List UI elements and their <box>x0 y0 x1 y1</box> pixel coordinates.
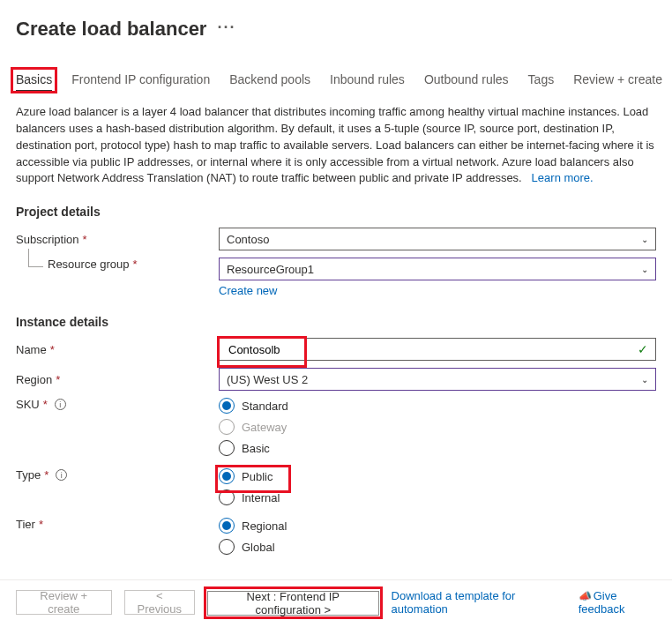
resource-group-value: ResourceGroup1 <box>227 263 314 276</box>
required-icon: * <box>83 233 87 246</box>
region-select[interactable]: (US) West US 2 ⌄ <box>219 368 656 391</box>
required-icon: * <box>50 343 55 356</box>
review-create-button[interactable]: Review + create <box>16 590 112 615</box>
description-block: Azure load balancer is a layer 4 load ba… <box>16 104 656 187</box>
tier-regional-option[interactable]: Regional <box>219 518 656 534</box>
sku-standard-option[interactable]: Standard <box>219 398 656 414</box>
region-label: Region <box>16 373 52 386</box>
type-internal-label: Internal <box>242 491 280 504</box>
info-icon[interactable]: i <box>55 399 66 410</box>
subscription-value: Contoso <box>227 233 269 246</box>
required-icon: * <box>56 373 60 386</box>
required-icon: * <box>44 468 49 482</box>
radio-icon <box>219 518 235 534</box>
tab-frontend-ip[interactable]: Frontend IP configuration <box>71 72 210 92</box>
type-label: Type <box>16 468 41 482</box>
section-instance-details: Instance details <box>16 315 656 329</box>
learn-more-link[interactable]: Learn more. <box>532 171 594 184</box>
tab-review-create[interactable]: Review + create <box>573 72 662 92</box>
resource-group-select[interactable]: ResourceGroup1 ⌄ <box>219 258 656 280</box>
resource-group-label: Resource group <box>48 258 130 271</box>
tier-global-label: Global <box>242 541 275 554</box>
sku-standard-label: Standard <box>242 400 288 413</box>
give-feedback-link[interactable]: 📣Give feedback <box>579 589 656 616</box>
next-button[interactable]: Next : Frontend IP configuration > <box>207 591 378 616</box>
radio-icon <box>219 468 235 484</box>
radio-icon <box>219 539 235 555</box>
section-project-details: Project details <box>16 205 656 219</box>
previous-button[interactable]: < Previous <box>124 590 196 615</box>
sku-label: SKU <box>16 398 40 411</box>
sku-gateway-label: Gateway <box>242 421 287 434</box>
subscription-select[interactable]: Contoso ⌄ <box>219 228 656 250</box>
region-value: (US) West US 2 <box>227 373 308 386</box>
radio-icon <box>219 440 235 456</box>
required-icon: * <box>43 398 48 411</box>
required-icon: * <box>39 518 43 531</box>
wizard-tabs: Basics Frontend IP configuration Backend… <box>16 72 656 92</box>
tier-label: Tier <box>16 518 35 531</box>
radio-icon <box>219 419 235 435</box>
tier-global-option[interactable]: Global <box>219 539 656 555</box>
download-template-link[interactable]: Download a template for automation <box>392 589 554 616</box>
more-icon[interactable]: ··· <box>217 19 235 37</box>
subscription-label: Subscription <box>16 233 79 246</box>
name-input[interactable] <box>227 342 638 357</box>
radio-icon <box>219 398 235 414</box>
radio-icon <box>219 489 235 505</box>
sku-basic-label: Basic <box>242 442 270 455</box>
chevron-down-icon: ⌄ <box>641 375 648 385</box>
tab-basics[interactable]: Basics <box>16 72 52 92</box>
type-radio-group: Public Internal <box>219 468 656 505</box>
type-public-option[interactable]: Public <box>219 468 656 484</box>
name-label: Name <box>16 343 47 356</box>
type-public-label: Public <box>242 470 273 483</box>
tab-outbound-rules[interactable]: Outbound rules <box>424 72 509 92</box>
chevron-down-icon: ⌄ <box>641 265 648 274</box>
sku-gateway-option[interactable]: Gateway <box>219 419 656 435</box>
tier-radio-group: Regional Global <box>219 518 656 555</box>
sku-radio-group: Standard Gateway Basic <box>219 398 656 456</box>
megaphone-icon: 📣 <box>579 590 592 602</box>
name-input-wrapper: ✓ <box>219 338 656 361</box>
tab-inbound-rules[interactable]: Inbound rules <box>330 72 405 92</box>
info-icon[interactable]: i <box>56 469 67 481</box>
required-icon: * <box>133 258 138 271</box>
chevron-down-icon: ⌄ <box>641 235 648 244</box>
footer-bar: Review + create < Previous Next : Fronte… <box>0 579 672 624</box>
create-new-link[interactable]: Create new <box>219 284 277 297</box>
tier-regional-label: Regional <box>242 519 287 533</box>
type-internal-option[interactable]: Internal <box>219 489 656 505</box>
tab-backend-pools[interactable]: Backend pools <box>229 72 310 92</box>
tab-tags[interactable]: Tags <box>528 72 555 92</box>
page-title: Create load balancer <box>16 18 206 41</box>
sku-basic-option[interactable]: Basic <box>219 440 656 456</box>
check-icon: ✓ <box>638 342 648 356</box>
